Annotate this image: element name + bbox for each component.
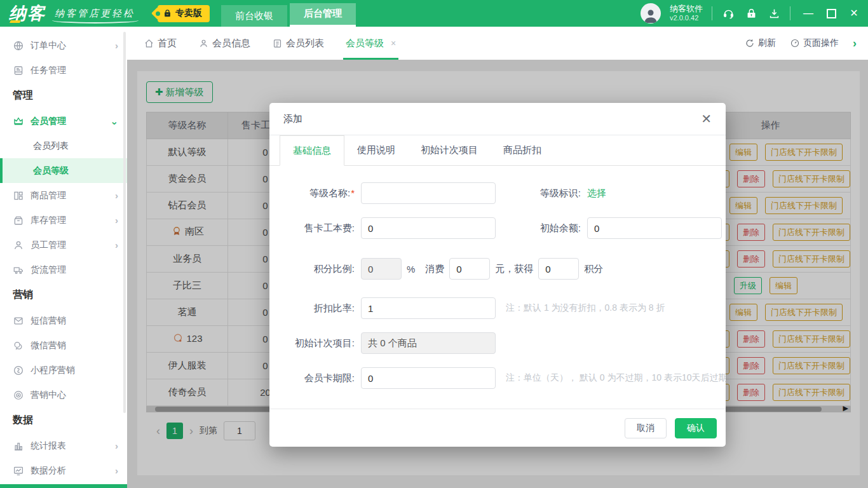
sidebar-item-员工管理[interactable]: 员工管理› bbox=[0, 233, 127, 257]
modal-tab-使用说明[interactable]: 使用说明 bbox=[344, 135, 408, 165]
modal-close-icon[interactable]: ✕ bbox=[701, 112, 712, 125]
level-mark-select-link[interactable]: 选择 bbox=[587, 187, 606, 200]
discount-note: 注：默认 1 为没有折扣，0.8 表示为 8 折 bbox=[506, 302, 665, 314]
home-icon bbox=[144, 38, 154, 49]
add-level-modal: 添加 ✕ 基础信息使用说明初始计次项目商品折扣 等级名称:* 等级标识: 选择 … bbox=[269, 103, 726, 447]
chartbar-icon bbox=[13, 440, 24, 452]
level-name-label: 等级名称:* bbox=[291, 187, 361, 200]
sidebar-subitem-会员等级[interactable]: 会员等级 bbox=[0, 158, 127, 183]
open-tabs: 首页会员信息会员列表会员等级× bbox=[144, 27, 396, 60]
headset-icon bbox=[722, 8, 735, 20]
points-ratio-input[interactable] bbox=[361, 258, 402, 280]
sidebar-section-管理: 管理 bbox=[0, 83, 127, 109]
user-name: 纳客软件 bbox=[670, 4, 703, 13]
edition-badge-label: 专卖版 bbox=[175, 8, 202, 19]
form-row-points: 积分比例: % 消费 元，获得 积分 bbox=[291, 258, 707, 280]
discount-label: 折扣比率: bbox=[291, 302, 361, 315]
modal-title: 添加 bbox=[283, 113, 302, 125]
maximize-button[interactable] bbox=[826, 8, 836, 18]
modal-footer: 取消 确认 bbox=[269, 409, 726, 447]
chevron-right-icon: › bbox=[115, 440, 118, 451]
maximize-icon bbox=[827, 9, 836, 18]
init-balance-input[interactable] bbox=[587, 217, 722, 239]
modal-header: 添加 ✕ bbox=[269, 103, 726, 135]
sidebar-item-货流管理[interactable]: 货流管理 bbox=[0, 257, 127, 282]
action-label: 刷新 bbox=[758, 37, 776, 49]
crown-icon bbox=[13, 116, 24, 127]
chevron-right-icon: › bbox=[115, 190, 118, 201]
cancel-button[interactable]: 取消 bbox=[625, 418, 667, 438]
chevron-right-icon: › bbox=[115, 40, 118, 51]
globe-icon bbox=[13, 40, 24, 51]
action-label: 页面操作 bbox=[803, 37, 839, 49]
support-button[interactable] bbox=[721, 6, 735, 20]
person-icon bbox=[643, 8, 658, 23]
close-button[interactable]: ✕ bbox=[849, 8, 859, 18]
sidebar-item-营销中心[interactable]: 营销中心 bbox=[0, 383, 127, 407]
sidebar-item-统计报表[interactable]: 统计报表› bbox=[0, 433, 127, 458]
mode-button-backoffice[interactable]: 后台管理 bbox=[290, 3, 356, 27]
lock-button[interactable] bbox=[744, 6, 758, 20]
level-mark-label: 等级标识: bbox=[517, 187, 587, 200]
sidebar-item-会员管理[interactable]: 会员管理⌄ bbox=[0, 109, 127, 133]
chevron-right-icon[interactable]: › bbox=[853, 37, 857, 50]
sidebar-item-label: 统计报表 bbox=[31, 440, 109, 452]
level-name-input[interactable] bbox=[361, 182, 496, 204]
stock-icon bbox=[13, 215, 24, 226]
sidebar-item-订单中心[interactable]: 订单中心› bbox=[0, 33, 127, 58]
sidebar-subitem-会员列表[interactable]: 会员列表 bbox=[0, 133, 127, 158]
sidebar-item-label: 订单中心 bbox=[31, 40, 109, 51]
form-row-discount: 折扣比率: 注：默认 1 为没有折扣，0.8 表示为 8 折 bbox=[291, 297, 707, 319]
goods-icon bbox=[13, 190, 24, 201]
refresh-icon bbox=[745, 38, 755, 48]
wechat-icon bbox=[13, 340, 24, 351]
action-刷新[interactable]: 刷新 bbox=[745, 37, 776, 49]
consume-amount-input[interactable] bbox=[449, 258, 490, 280]
tab-首页[interactable]: 首页 bbox=[144, 27, 177, 60]
sidebar-item-数据分析[interactable]: 数据分析› bbox=[0, 458, 127, 483]
sidebar-item-label: 会员管理 bbox=[31, 116, 104, 127]
download-button[interactable] bbox=[767, 6, 781, 20]
card-expire-input[interactable] bbox=[361, 367, 496, 389]
tab-会员等级[interactable]: 会员等级× bbox=[346, 27, 396, 60]
tab-label: 会员信息 bbox=[212, 37, 250, 50]
edition-badge: 专卖版 bbox=[158, 5, 210, 22]
staff-icon bbox=[13, 240, 24, 251]
gain-label: 元，获得 bbox=[495, 263, 533, 275]
lock-icon bbox=[745, 8, 757, 20]
sidebar-item-商品管理[interactable]: 商品管理› bbox=[0, 183, 127, 208]
shopping-bag-icon bbox=[163, 9, 172, 18]
modal-body: 等级名称:* 等级标识: 选择 售卡工本费: 初始余额: 积分比例: % 消费 … bbox=[269, 166, 726, 409]
card-fee-label: 售卡工本费: bbox=[291, 222, 361, 234]
sidebar-item-小程序营销[interactable]: 小程序营销 bbox=[0, 358, 127, 383]
minimize-button[interactable]: — bbox=[803, 8, 813, 18]
sidebar-item-label: 数据分析 bbox=[31, 465, 109, 477]
titlebar: 纳客 纳客管店更轻松 专卖版 前台收银后台管理 纳客软件 v2.0.0.42 —… bbox=[0, 0, 868, 27]
sidebar-item-短信营销[interactable]: 短信营销 bbox=[0, 308, 127, 333]
modal-tab-基础信息[interactable]: 基础信息 bbox=[280, 135, 344, 166]
chevron-right-icon: › bbox=[115, 465, 118, 476]
form-row-expire: 会员卡期限: 注：单位（天）， 默认 0 为不过期，10 表示10天后过期 bbox=[291, 367, 707, 389]
sidebar-item-库存管理[interactable]: 库存管理› bbox=[0, 208, 127, 233]
modal-tab-初始计次项目[interactable]: 初始计次项目 bbox=[408, 135, 491, 165]
sidebar-item-label: 小程序营销 bbox=[31, 365, 118, 376]
sidebar-item-label: 货流管理 bbox=[31, 264, 118, 276]
gain-points-input[interactable] bbox=[538, 258, 579, 280]
sidebar-item-微信营销[interactable]: 微信营销 bbox=[0, 333, 127, 358]
download-icon bbox=[768, 8, 780, 20]
mode-button-cashier[interactable]: 前台收银 bbox=[221, 5, 287, 27]
avatar[interactable] bbox=[641, 3, 661, 24]
confirm-button[interactable]: 确认 bbox=[675, 418, 717, 438]
action-页面操作[interactable]: 页面操作 bbox=[790, 37, 839, 49]
card-fee-input[interactable] bbox=[361, 217, 496, 239]
tab-会员信息[interactable]: 会员信息 bbox=[198, 27, 250, 60]
gauge-icon bbox=[790, 38, 800, 48]
discount-input[interactable] bbox=[361, 297, 496, 319]
divider bbox=[790, 6, 790, 20]
tab-会员列表[interactable]: 会员列表 bbox=[272, 27, 324, 60]
sidebar-bottom-strip bbox=[0, 484, 127, 488]
tab-close-icon[interactable]: × bbox=[391, 38, 396, 48]
init-count-input[interactable] bbox=[361, 332, 496, 354]
modal-tab-商品折扣[interactable]: 商品折扣 bbox=[491, 135, 554, 165]
sidebar-item-任务管理[interactable]: 任务管理 bbox=[0, 58, 127, 83]
